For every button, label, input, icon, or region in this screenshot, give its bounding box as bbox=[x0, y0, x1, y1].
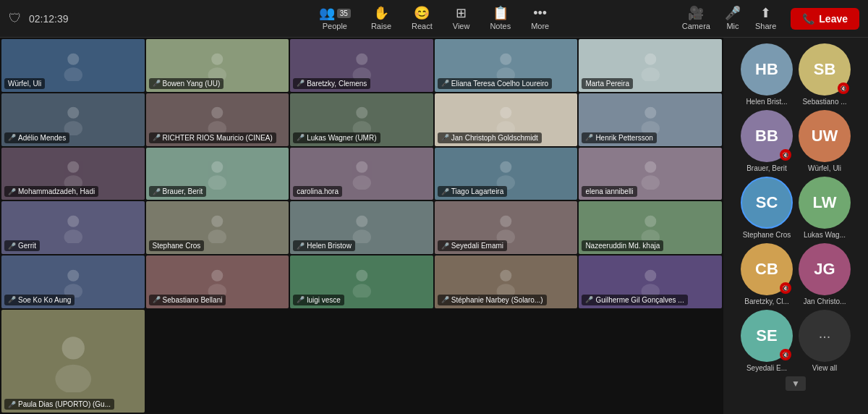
svg-point-20 bbox=[67, 161, 79, 173]
avatar-initials-lw: LW bbox=[813, 193, 837, 212]
video-name-nazeer: Nazeeruddin Md. khaja bbox=[582, 240, 663, 251]
svg-point-40 bbox=[67, 269, 79, 281]
video-cell-tiago: 🎤 Tiago Lagarteira bbox=[435, 148, 578, 200]
sidebar-row-4: CB 🔇 Baretzky, Cl... JG Jan Christo... bbox=[728, 243, 864, 305]
leave-button[interactable]: 📞 Leave bbox=[791, 8, 859, 30]
toolbar-raise[interactable]: ✋ Raise bbox=[371, 7, 391, 30]
svg-point-16 bbox=[501, 107, 512, 119]
camera-label: Camera bbox=[682, 22, 710, 30]
video-name-helen: 🎤 Helen Bristow bbox=[293, 240, 355, 251]
video-name-brauer: 🎤 Brauer, Berit bbox=[149, 186, 207, 197]
svg-point-38 bbox=[644, 216, 656, 227]
avatar-circle-lw: LW bbox=[799, 177, 851, 229]
video-cell-mohammadzadeh: 🎤 Mohammadzadeh, Hadi bbox=[1, 148, 145, 200]
sidebar-view-all[interactable]: ··· View all bbox=[799, 310, 851, 372]
svg-point-44 bbox=[356, 269, 367, 281]
toolbar-mic[interactable]: 🎤 Mic bbox=[725, 7, 741, 30]
avatar-circle-uw: UW bbox=[799, 110, 851, 162]
svg-point-46 bbox=[501, 269, 512, 281]
sidebar-row-3: SC Stephane Cros LW Lukas Wag... bbox=[728, 177, 864, 239]
video-name-eliana: 🎤 Eliana Teresa Coelho Loureiro bbox=[438, 78, 552, 89]
view-all-button[interactable]: ··· bbox=[799, 310, 851, 362]
avatar-circle-sb: SB 🔇 bbox=[799, 43, 851, 96]
avatar-initials-bb: BB bbox=[755, 127, 778, 145]
avatar-name-hb: Helen Brist... bbox=[746, 98, 787, 106]
avatar-initials-hb: HB bbox=[755, 60, 778, 79]
video-cell-bowen: 🎤 Bowen Yang (UU) bbox=[146, 39, 289, 92]
svg-point-50 bbox=[61, 337, 84, 359]
svg-point-30 bbox=[67, 216, 79, 227]
avatar-name-sc: Stephane Cros bbox=[743, 231, 791, 239]
svg-point-14 bbox=[356, 107, 367, 119]
svg-point-22 bbox=[211, 161, 223, 173]
notes-icon: 📋 bbox=[493, 7, 509, 20]
toolbar-view[interactable]: ⊞ View bbox=[453, 7, 470, 30]
video-cell-carolina: carolina.hora bbox=[290, 148, 433, 200]
avatar-initials-se: SE bbox=[756, 326, 777, 345]
svg-point-10 bbox=[67, 107, 79, 119]
avatar-name-uw: Würfel, Uli bbox=[808, 164, 841, 172]
toolbar-people[interactable]: 👥 35 People bbox=[319, 7, 351, 30]
video-name-bowen: 🎤 Bowen Yang (UU) bbox=[149, 78, 224, 89]
video-name-elena: elena iannibelli bbox=[582, 186, 637, 197]
video-cell-wurfel: Würfel, Uli bbox=[1, 39, 145, 92]
camera-icon: 🎥 bbox=[688, 7, 704, 20]
video-name-wurfel: Würfel, Uli bbox=[4, 78, 45, 89]
video-name-henrik: 🎤 Henrik Pettersson bbox=[582, 132, 656, 143]
toolbar-react[interactable]: 😊 React bbox=[412, 7, 433, 30]
sidebar-avatar-cb: CB 🔇 Baretzky, Cl... bbox=[741, 243, 793, 305]
main-content: Würfel, Uli 🎤 Bowen Yang (UU) 🎤 Baretzky… bbox=[0, 38, 868, 414]
mic-status-bb: 🔇 bbox=[780, 149, 791, 161]
top-bar-right: 🎥 Camera 🎤 Mic ⬆ Share 📞 Leave bbox=[576, 7, 859, 30]
shield-icon: 🛡 bbox=[9, 11, 22, 26]
svg-point-42 bbox=[211, 269, 223, 281]
video-cell-seyedali: 🎤 Seyedali Emami bbox=[435, 201, 578, 254]
sidebar-avatar-jg: JG Jan Christo... bbox=[799, 243, 851, 305]
avatar-name-se: Seyedali E... bbox=[746, 364, 787, 372]
people-icon: 👥 bbox=[319, 7, 335, 20]
react-label: React bbox=[412, 22, 433, 30]
mic-label: Mic bbox=[726, 22, 739, 30]
video-cell-luigi: 🎤 luigi vesce bbox=[290, 255, 433, 308]
avatar-name-jg: Jan Christo... bbox=[804, 297, 846, 305]
svg-point-31 bbox=[64, 229, 82, 243]
participant-sidebar: HB 🔇 Helen Brist... SB 🔇 Sebastiano ... … bbox=[723, 38, 868, 414]
svg-point-4 bbox=[356, 53, 367, 64]
view-all-label: View all bbox=[812, 364, 837, 372]
svg-point-36 bbox=[501, 216, 512, 227]
avatar-initials-sb: SB bbox=[814, 60, 836, 79]
toolbar-more[interactable]: ••• More bbox=[531, 7, 549, 30]
more-icon: ••• bbox=[533, 7, 547, 20]
toolbar-share[interactable]: ⬆ Share bbox=[755, 7, 776, 30]
mic-status-se: 🔇 bbox=[780, 349, 791, 360]
sidebar-avatar-se: SE 🔇 Seyedali E... bbox=[741, 310, 793, 372]
svg-point-29 bbox=[641, 175, 659, 189]
sidebar-avatar-lw: LW Lukas Wag... bbox=[799, 177, 851, 239]
sidebar-row-5: SE 🔇 Seyedali E... ··· View all bbox=[728, 310, 864, 372]
video-name-marta: Marta Pereira bbox=[582, 78, 633, 89]
video-grid: Würfel, Uli 🎤 Bowen Yang (UU) 🎤 Baretzky… bbox=[0, 38, 723, 414]
video-name-gerrit: 🎤 Gerrit bbox=[4, 240, 40, 251]
svg-point-18 bbox=[644, 107, 656, 119]
svg-point-32 bbox=[211, 216, 223, 227]
video-name-jan: 🎤 Jan Christoph Goldschmidt bbox=[438, 132, 542, 143]
avatar-initials-sc: SC bbox=[756, 193, 778, 212]
call-timer: 02:12:39 bbox=[29, 13, 69, 25]
toolbar: 👥 35 People ✋ Raise 😊 React ⊞ View 📋 Not… bbox=[292, 7, 576, 30]
avatar-circle-sc: SC bbox=[741, 177, 793, 229]
more-label: More bbox=[531, 22, 549, 30]
svg-point-25 bbox=[352, 175, 370, 189]
sidebar-avatar-bb: BB 🔇 Brauer, Berit bbox=[741, 110, 793, 172]
video-name-tiago: 🎤 Tiago Lagarteira bbox=[438, 186, 507, 197]
toolbar-camera[interactable]: 🎥 Camera bbox=[682, 7, 710, 30]
sidebar-avatar-hb: HB 🔇 Helen Brist... bbox=[741, 43, 793, 106]
scroll-down-button[interactable]: ▼ bbox=[786, 376, 806, 391]
avatar-initials-uw: UW bbox=[812, 127, 838, 145]
video-name-stephanie: 🎤 Stéphanie Narbey (Solaro...) bbox=[438, 295, 547, 305]
svg-point-9 bbox=[641, 67, 659, 81]
video-cell-paula: 🎤 Paula Dias (UPORTO) (Gu... bbox=[1, 310, 145, 413]
toolbar-notes[interactable]: 📋 Notes bbox=[490, 7, 511, 30]
svg-point-0 bbox=[67, 53, 79, 64]
svg-point-34 bbox=[356, 216, 367, 227]
view-icon: ⊞ bbox=[456, 7, 467, 20]
